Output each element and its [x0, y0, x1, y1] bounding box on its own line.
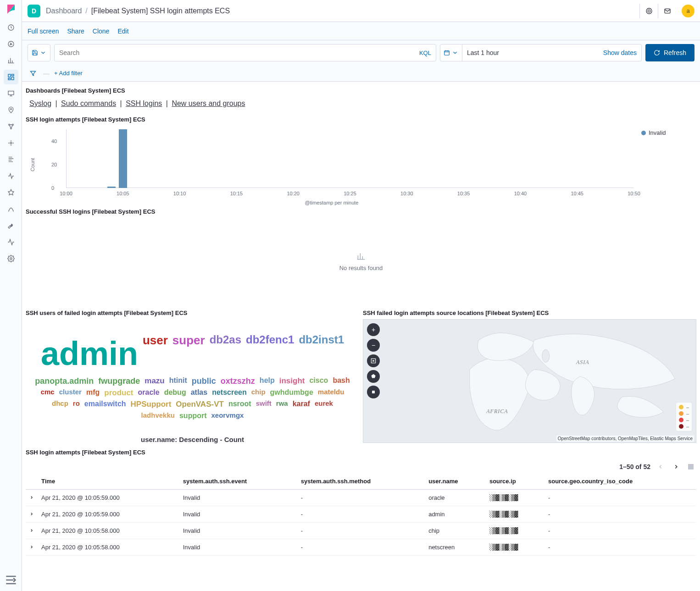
nav-visualize-icon[interactable] [4, 53, 18, 68]
map-visualization[interactable]: ASIAAFRICA + − –––– OpenStreetMap contri… [363, 319, 696, 443]
row-expand-icon[interactable] [26, 506, 38, 523]
cloud-word[interactable]: oxtzszhz [221, 376, 255, 387]
cloud-word[interactable]: panopta.admin [35, 376, 94, 387]
table-column-header[interactable]: source.geo.country_iso_code [544, 473, 696, 490]
cloud-word[interactable]: bash [333, 376, 350, 387]
saved-query-button[interactable] [28, 44, 50, 61]
map-draw-button[interactable] [367, 370, 380, 383]
nav-canvas-icon[interactable] [4, 86, 18, 101]
cloud-word[interactable]: cmc [41, 388, 55, 398]
bar[interactable] [107, 187, 116, 188]
kql-toggle[interactable]: KQL [416, 50, 431, 56]
cloud-word[interactable]: nsroot [228, 399, 251, 409]
filter-options-icon[interactable] [28, 68, 39, 79]
mail-icon[interactable] [658, 4, 676, 18]
map-fit-button[interactable] [367, 354, 380, 367]
share-link[interactable]: Share [67, 28, 84, 35]
nav-uptime-icon[interactable] [4, 185, 18, 200]
nav-ml-icon[interactable] [4, 119, 18, 134]
cloud-word[interactable]: insight [279, 376, 305, 387]
user-avatar[interactable]: a [682, 5, 694, 17]
nav-apm-icon[interactable] [4, 169, 18, 183]
breadcrumb-root-link[interactable]: Dashboard [46, 7, 82, 15]
nav-devtools-icon[interactable] [4, 218, 18, 233]
date-quick-select[interactable] [440, 44, 462, 61]
cloud-word[interactable]: chip [251, 388, 266, 398]
cloud-word[interactable]: debug [164, 388, 186, 398]
table-column-header[interactable]: Time [38, 473, 179, 490]
cloud-word[interactable]: atlas [191, 388, 207, 398]
cloud-word[interactable]: htinit [169, 376, 187, 387]
map-zoom-out-button[interactable]: − [367, 339, 380, 352]
space-selector[interactable]: D [28, 5, 40, 17]
nav-dashboard-icon[interactable] [4, 70, 18, 84]
cloud-word[interactable]: help [260, 376, 275, 387]
cloud-word[interactable]: public [192, 376, 216, 387]
cloud-word[interactable]: mateldu [318, 388, 344, 398]
date-range-text[interactable]: Last 1 hour [467, 49, 499, 56]
cloud-word[interactable]: oracle [138, 388, 160, 398]
cloud-word[interactable]: mfg [86, 388, 100, 398]
kibana-logo-icon[interactable] [6, 4, 17, 15]
table-column-header[interactable]: source.ip [486, 473, 544, 490]
pager-next-button[interactable] [671, 461, 682, 472]
cloud-word[interactable]: ladhvekku [141, 411, 175, 420]
cloud-word[interactable]: dhcp [52, 399, 68, 409]
nav-maps-icon[interactable] [4, 103, 18, 117]
cloud-word[interactable]: cisco [309, 376, 328, 387]
cloud-word[interactable]: db2as [210, 333, 241, 374]
cloud-word[interactable]: eurek [315, 399, 333, 409]
cloud-word[interactable]: cluster [59, 388, 82, 398]
cloud-word[interactable]: db2fenc1 [246, 333, 294, 374]
cloud-word[interactable]: rwa [276, 399, 288, 409]
table-column-header[interactable]: user.name [425, 473, 486, 490]
cloud-word[interactable]: user [143, 333, 168, 374]
subnav-link[interactable]: Syslog [29, 99, 51, 107]
pager-prev-button[interactable] [655, 461, 666, 472]
bar-chart[interactable]: Count 0204010:0010:0510:1010:1510:2010:2… [26, 126, 638, 204]
map-zoom-in-button[interactable]: + [367, 323, 380, 336]
cloud-word[interactable]: product [104, 388, 133, 398]
add-filter-link[interactable]: + Add filter [54, 70, 83, 77]
row-expand-icon[interactable] [26, 523, 38, 539]
refresh-button[interactable]: Refresh [645, 44, 694, 61]
table-column-header[interactable]: system.auth.ssh.method [297, 473, 425, 490]
cloud-word[interactable]: gwhdumbge [270, 388, 313, 398]
row-expand-icon[interactable] [26, 539, 38, 556]
cloud-word[interactable]: admin [41, 333, 138, 374]
nav-discover-icon[interactable] [4, 37, 18, 51]
nav-monitoring-icon[interactable] [4, 235, 18, 249]
cloud-word[interactable]: netscreen [212, 388, 247, 398]
show-dates-link[interactable]: Show dates [603, 49, 637, 56]
cloud-word[interactable]: OpenVAS-VT [176, 399, 224, 409]
bar[interactable] [119, 129, 127, 188]
clone-link[interactable]: Clone [93, 28, 110, 35]
table-column-header[interactable]: system.auth.ssh.event [179, 473, 297, 490]
newsfeed-icon[interactable] [639, 4, 658, 18]
subnav-link[interactable]: New users and groups [172, 99, 245, 107]
cloud-word[interactable]: emailswitch [84, 399, 126, 409]
nav-logs-icon[interactable] [4, 152, 18, 167]
cloud-word[interactable]: HPSupport [131, 399, 172, 409]
cloud-word[interactable]: support [179, 411, 207, 420]
cloud-word[interactable]: swift [256, 399, 272, 409]
cloud-word[interactable]: mazu [144, 376, 164, 387]
edit-link[interactable]: Edit [117, 28, 128, 35]
fullscreen-link[interactable]: Full screen [28, 28, 59, 35]
cloud-word[interactable]: ro [73, 399, 80, 409]
cloud-word[interactable]: db2inst1 [299, 333, 344, 374]
cloud-word[interactable]: super [172, 333, 205, 374]
nav-metrics-icon[interactable] [4, 136, 18, 150]
nav-siem-icon[interactable] [4, 202, 18, 216]
nav-collapse-icon[interactable] [4, 573, 18, 587]
row-expand-icon[interactable] [26, 490, 38, 506]
cloud-word[interactable]: fwupgrade [98, 376, 140, 387]
cloud-word[interactable]: xeorvmgx [211, 411, 244, 420]
nav-recent-icon[interactable] [4, 20, 18, 35]
subnav-link[interactable]: SSH logins [126, 99, 162, 107]
subnav-link[interactable]: Sudo commands [61, 99, 116, 107]
map-layers-button[interactable] [367, 386, 380, 398]
nav-management-icon[interactable] [4, 251, 18, 266]
cloud-word[interactable]: karaf [293, 399, 310, 409]
legend-item[interactable]: Invalid [641, 129, 666, 136]
